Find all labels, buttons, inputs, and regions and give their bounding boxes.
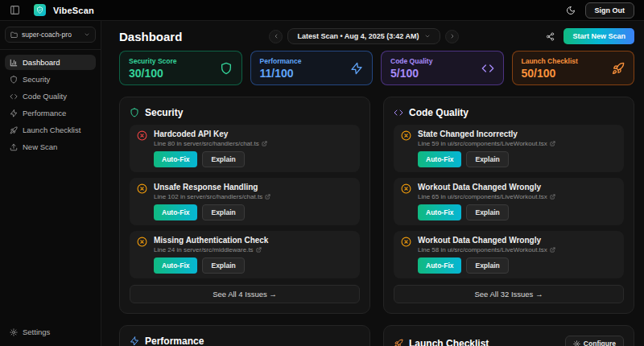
issue-location: Line 59 in ui/src/components/LiveWorkout…	[418, 140, 547, 147]
page-title: Dashboard	[119, 30, 182, 43]
issue-title: Unsafe Response Handling	[154, 183, 270, 192]
security-panel: Security Hardcoded API Key Line 80 in se…	[119, 97, 370, 314]
sidebar-item-dashboard[interactable]: Dashboard	[5, 55, 96, 70]
shield-icon	[220, 62, 233, 75]
code-icon	[394, 108, 403, 117]
sidebar-item-settings[interactable]: Settings	[5, 324, 96, 340]
explain-button[interactable]: Explain	[202, 204, 244, 220]
sidebar-toggle-icon[interactable]	[10, 5, 20, 15]
sidebar-item-launch-checklist[interactable]: Launch Checklist	[5, 122, 96, 138]
sidebar-divider	[0, 49, 101, 50]
previous-scan-button[interactable]	[269, 30, 283, 43]
theme-toggle-moon-icon[interactable]	[566, 6, 576, 15]
project-selector[interactable]: super-coach-pro	[5, 27, 96, 43]
external-link-icon[interactable]	[262, 141, 267, 146]
sidebar-item-security[interactable]: Security	[5, 72, 96, 87]
panel-title: Performance	[145, 336, 204, 346]
issue-card: State Changed Incorrectly Line 59 in ui/…	[394, 125, 624, 172]
sidebar-item-performance[interactable]: Performance	[5, 105, 96, 121]
see-all-security-issues-button[interactable]: See All 4 Issues →	[130, 285, 360, 303]
see-all-code-quality-issues-button[interactable]: See All 32 Issues →	[394, 285, 624, 303]
panel-title: Code Quality	[409, 107, 469, 118]
sidebar-item-label: Launch Checklist	[23, 126, 80, 134]
explain-button[interactable]: Explain	[466, 151, 508, 167]
scan-selector-value: Latest Scan • Aug 4, 2025 (3:42 AM)	[297, 32, 419, 40]
bolt-icon	[130, 336, 139, 346]
issue-title: Missing Authentication Check	[154, 236, 268, 245]
issue-title: Hardcoded API Key	[154, 130, 267, 138]
issue-card: Missing Authentication Check Line 24 in …	[130, 231, 360, 278]
issue-location: Line 65 in ui/src/components/LiveWorkout…	[418, 193, 547, 200]
stat-label: Security Score	[129, 57, 177, 65]
share-icon[interactable]	[546, 32, 555, 41]
project-name: super-coach-pro	[22, 31, 72, 39]
vibescan-logo	[34, 4, 46, 16]
topbar: VibeScan Sign Out	[0, 0, 644, 21]
explain-button[interactable]: Explain	[202, 151, 244, 167]
auto-fix-button[interactable]: Auto-Fix	[154, 151, 197, 167]
auto-fix-button[interactable]: Auto-Fix	[418, 257, 461, 274]
main-content: Dashboard Latest Scan • Aug 4, 2025 (3:4…	[101, 21, 644, 346]
circle-x-icon	[401, 237, 411, 247]
auto-fix-button[interactable]: Auto-Fix	[154, 257, 197, 274]
auto-fix-button[interactable]: Auto-Fix	[418, 204, 461, 220]
issue-card: Unsafe Response Handling Line 102 in ser…	[130, 178, 360, 225]
external-link-icon[interactable]	[265, 194, 270, 200]
circle-x-icon	[401, 130, 411, 141]
explain-button[interactable]: Explain	[466, 257, 508, 274]
issue-location: Line 24 in server/src/middleware.ts	[154, 246, 254, 253]
configure-label: Configure	[584, 340, 616, 346]
external-link-icon[interactable]	[256, 247, 262, 253]
stat-value: 30/100	[129, 67, 177, 80]
circle-x-icon	[137, 130, 147, 141]
explain-button[interactable]: Explain	[202, 257, 244, 274]
code-quality-panel: Code Quality State Changed Incorrectly L…	[383, 97, 634, 314]
panel-title: Launch Checklist	[409, 338, 489, 346]
launch-checklist-panel: Launch Checklist Configure 2 Passed 2 Pa…	[383, 325, 634, 346]
stat-card-code-quality[interactable]: Code Quality 5/100	[381, 51, 504, 85]
sign-out-button[interactable]: Sign Out	[585, 2, 635, 19]
external-link-icon[interactable]	[550, 194, 555, 200]
configure-button[interactable]: Configure	[565, 336, 624, 346]
issue-title: Workout Data Changed Wrongly	[418, 183, 555, 192]
sidebar-item-label: New Scan	[23, 142, 57, 151]
stat-card-security-score[interactable]: Security Score 30/100	[119, 51, 242, 85]
stat-card-launch-checklist[interactable]: Launch Checklist 50/100	[512, 51, 635, 85]
external-link-icon[interactable]	[550, 141, 555, 146]
stat-cards-row: Security Score 30/100 Performance 11/100…	[119, 51, 634, 85]
sidebar-item-label: Security	[23, 75, 50, 84]
next-scan-button[interactable]	[445, 30, 459, 43]
chevron-down-icon	[424, 33, 431, 39]
upload-icon	[10, 143, 18, 151]
circle-x-icon	[137, 237, 147, 247]
issue-location: Line 58 in ui/src/components/LiveWorkout…	[418, 246, 547, 253]
stat-value: 5/100	[390, 67, 432, 80]
external-link-icon[interactable]	[550, 247, 555, 253]
start-new-scan-button[interactable]: Start New Scan	[564, 28, 634, 44]
sidebar-item-new-scan[interactable]: New Scan	[5, 139, 96, 154]
chevron-left-icon	[273, 33, 279, 39]
sidebar-item-code-quality[interactable]: Code Quality	[5, 89, 96, 104]
rocket-icon	[612, 62, 625, 75]
scan-selector-dropdown[interactable]: Latest Scan • Aug 4, 2025 (3:42 AM)	[287, 28, 440, 44]
issue-card: Workout Data Changed Wrongly Line 65 in …	[394, 178, 624, 225]
auto-fix-button[interactable]: Auto-Fix	[154, 204, 197, 220]
stat-label: Launch Checklist	[522, 57, 578, 65]
code-icon	[10, 93, 18, 101]
explain-button[interactable]: Explain	[466, 204, 508, 220]
chevron-down-icon	[84, 31, 90, 38]
stat-card-performance[interactable]: Performance 11/100	[250, 51, 374, 85]
code-icon	[481, 62, 494, 75]
auto-fix-button[interactable]: Auto-Fix	[418, 151, 461, 167]
chevron-right-icon	[449, 33, 456, 39]
circle-x-icon	[401, 183, 411, 194]
circle-x-icon	[137, 183, 147, 194]
sidebar-item-label: Settings	[23, 327, 50, 336]
gear-icon	[10, 328, 18, 336]
sidebar-item-label: Performance	[23, 109, 66, 117]
stat-label: Code Quality	[390, 57, 432, 65]
bolt-icon	[350, 62, 363, 75]
gear-icon	[573, 340, 580, 346]
sidebar: super-coach-pro Dashboard Security Code …	[0, 21, 101, 346]
issue-card: Hardcoded API Key Line 80 in server/src/…	[130, 125, 360, 172]
